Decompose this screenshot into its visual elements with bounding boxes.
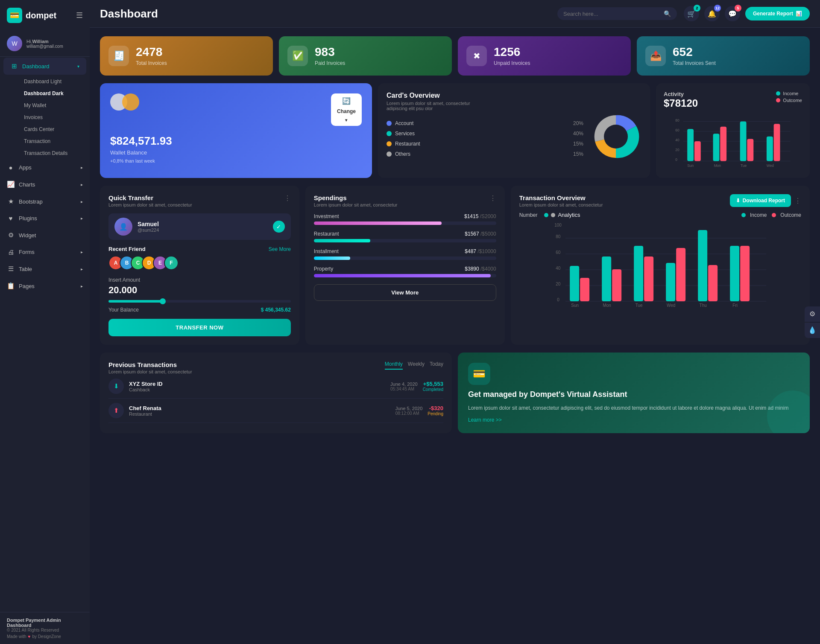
submenu-transaction-details[interactable]: Transaction Details bbox=[15, 147, 90, 159]
va-learn-more-link[interactable]: Learn more >> bbox=[468, 417, 800, 423]
transfer-now-button[interactable]: TRANSFER NOW bbox=[108, 319, 291, 336]
activity-title: Activity bbox=[664, 91, 698, 97]
user-email: william@gmail.com bbox=[26, 44, 63, 49]
user-section: W Hi,William william@gmail.com bbox=[0, 31, 90, 57]
hamburger-icon[interactable]: ☰ bbox=[76, 11, 83, 20]
pages-icon: 📋 bbox=[7, 282, 15, 290]
submenu-dashboard-dark[interactable]: Dashboard Dark bbox=[15, 87, 90, 99]
transaction-item: ⬇ XYZ Store ID Cashback June 4, 2020 05:… bbox=[108, 374, 443, 399]
floating-buttons: ⚙ 💧 bbox=[805, 306, 820, 338]
floating-settings-button[interactable]: ⚙ bbox=[805, 306, 820, 322]
sidebar-item-pages[interactable]: 📋 Pages ▸ bbox=[0, 277, 90, 294]
stat-card-total-sent: 📤 652 Total Invoices Sent bbox=[637, 36, 810, 76]
quick-transfer-header: Quick Transfer Lorem ipsum dolor sit ame… bbox=[108, 194, 291, 207]
sidebar-item-table[interactable]: ☰ Table ▸ bbox=[0, 260, 90, 277]
legend-others: Others 15% bbox=[387, 151, 583, 157]
svg-text:40: 40 bbox=[556, 266, 561, 271]
legend-dot bbox=[387, 141, 392, 146]
transaction-date: June 5, 2020 bbox=[395, 406, 423, 411]
transfer-name: Samuel bbox=[138, 221, 268, 227]
transaction-type: Restaurant bbox=[129, 411, 390, 417]
progress-bar bbox=[314, 256, 496, 260]
transaction-overview-card: Transaction Overview Lorem ipsum dolor s… bbox=[511, 186, 810, 345]
sidebar-item-apps[interactable]: ● Apps ▸ bbox=[0, 159, 90, 176]
sidebar-item-widget[interactable]: ⚙ Widget bbox=[0, 227, 90, 244]
transaction-legend: Number Analytics Income bbox=[519, 212, 801, 218]
legend-account: Account 20% bbox=[387, 120, 583, 126]
quick-transfer-desc: Lorem ipsum dolor sit amet, consectetur bbox=[108, 202, 192, 207]
legend-services: Services 40% bbox=[387, 131, 583, 137]
submenu-transaction[interactable]: Transaction bbox=[15, 135, 90, 147]
submenu-cards-center[interactable]: Cards Center bbox=[15, 123, 90, 135]
view-more-button[interactable]: View More bbox=[314, 284, 496, 301]
sidebar-item-plugins[interactable]: ♥ Plugins ▸ bbox=[0, 210, 90, 227]
main-content: Dashboard 🔍 🛒 2 🔔 12 💬 5 Generate Report… bbox=[90, 0, 820, 644]
cart-button[interactable]: 🛒 2 bbox=[684, 6, 699, 21]
tab-today[interactable]: Today bbox=[430, 361, 443, 370]
pie-chart bbox=[590, 111, 641, 162]
progress-fill bbox=[314, 256, 350, 260]
sidebar-item-charts[interactable]: 📈 Charts ▸ bbox=[0, 176, 90, 193]
transaction-type: Cashback bbox=[129, 387, 385, 392]
wallet-card-row: 🔄 Change ▾ bbox=[110, 93, 362, 126]
bar-thu-income bbox=[698, 230, 707, 301]
charts-icon: 📈 bbox=[7, 181, 15, 188]
options-icon[interactable]: ⋮ bbox=[284, 194, 291, 202]
recent-friend-label: Recent Friend bbox=[108, 246, 146, 252]
download-icon: ⬇ bbox=[736, 198, 740, 204]
chevron-right-icon: ▸ bbox=[81, 267, 83, 271]
bar-fri-outcome bbox=[740, 246, 750, 301]
messages-button[interactable]: 💬 5 bbox=[725, 6, 740, 21]
search-input[interactable] bbox=[563, 11, 660, 17]
spending-amount: $1567 /$5000 bbox=[465, 231, 496, 237]
stat-card-total-invoices: 🧾 2478 Total Invoices bbox=[100, 36, 273, 76]
sidebar-item-dashboard[interactable]: ⊞ Dashboard ▾ bbox=[3, 58, 86, 75]
total-sent-label: Total Invoices Sent bbox=[673, 60, 716, 66]
transaction-icon: ⬆ bbox=[108, 403, 124, 418]
generate-report-button[interactable]: Generate Report 📊 bbox=[745, 7, 810, 20]
submenu-dashboard-light[interactable]: Dashboard Light bbox=[15, 76, 90, 87]
slider-thumb[interactable] bbox=[160, 298, 166, 304]
transaction-date-col: June 4, 2020 05:34:45 AM bbox=[390, 382, 418, 391]
svg-text:0: 0 bbox=[557, 297, 559, 302]
card-overview-title: Card's Overview bbox=[387, 92, 472, 99]
sidebar-item-bootstrap[interactable]: ★ Bootstrap ▸ bbox=[0, 193, 90, 210]
transfer-user-info: Samuel @sum224 bbox=[138, 221, 268, 233]
download-report-button[interactable]: ⬇ Download Report bbox=[730, 194, 791, 207]
prev-transactions-card: Previous Transactions Lorem ipsum dolor … bbox=[100, 353, 452, 433]
search-bar: 🔍 bbox=[557, 7, 677, 20]
options-icon[interactable]: ⋮ bbox=[794, 197, 801, 205]
notifications-button[interactable]: 🔔 12 bbox=[704, 6, 720, 21]
sidebar-item-label: Plugins bbox=[19, 215, 37, 221]
activity-legend: Income Outcome bbox=[776, 91, 802, 103]
plugins-icon: ♥ bbox=[7, 215, 15, 222]
spending-installment: Installment $487 /$10000 bbox=[314, 248, 496, 260]
balance-row: Your Balance $ 456,345.62 bbox=[108, 307, 291, 313]
wallet-trend: +0,8% than last week bbox=[110, 158, 362, 163]
chevron-right-icon: ▸ bbox=[81, 216, 83, 221]
user-hi: Hi,William bbox=[26, 39, 63, 44]
spending-investment: Investment $1415 /S2000 bbox=[314, 213, 496, 225]
prev-transactions-tabs: Monthly Weekly Today bbox=[385, 361, 443, 370]
spendings-card: Spendings Lorem ipsum dolor sit amet, co… bbox=[305, 186, 505, 345]
avatar: W bbox=[7, 36, 22, 51]
footer-made: Made with ♥ by DesignZone bbox=[7, 634, 83, 639]
svg-text:Tue: Tue bbox=[635, 303, 642, 308]
chevron-down-icon: ▾ bbox=[345, 118, 347, 122]
submenu-my-wallet[interactable]: My Wallet bbox=[15, 99, 90, 111]
transaction-overview-title: Transaction Overview bbox=[519, 194, 603, 201]
see-more-link[interactable]: See More bbox=[269, 246, 291, 252]
submenu-invoices[interactable]: Invoices bbox=[15, 111, 90, 123]
options-icon[interactable]: ⋮ bbox=[489, 194, 496, 202]
sidebar-item-label: Apps bbox=[19, 164, 32, 171]
wallet-change-button[interactable]: 🔄 Change ▾ bbox=[331, 93, 362, 126]
sidebar-item-forms[interactable]: 🖨 Forms ▸ bbox=[0, 244, 90, 260]
tab-weekly[interactable]: Weekly bbox=[408, 361, 425, 370]
floating-water-button[interactable]: 💧 bbox=[805, 323, 820, 338]
svg-text:20: 20 bbox=[675, 148, 679, 152]
income-dot bbox=[776, 91, 780, 96]
tab-monthly[interactable]: Monthly bbox=[385, 361, 403, 370]
transfer-handle: @sum224 bbox=[138, 227, 268, 233]
friend-avatar-6[interactable]: F bbox=[164, 256, 179, 270]
sidebar: 💳 dompet ☰ W Hi,William william@gmail.co… bbox=[0, 0, 90, 644]
